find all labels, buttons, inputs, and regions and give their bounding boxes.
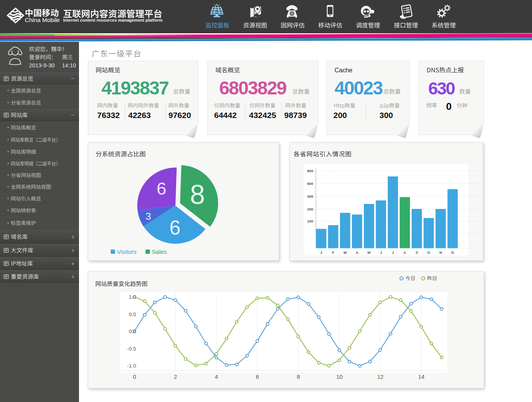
- svg-text:A: A: [403, 250, 406, 255]
- svg-text:42263: 42263: [128, 111, 151, 120]
- svg-text:100: 100: [307, 219, 313, 223]
- svg-text:64442: 64442: [214, 111, 237, 120]
- svg-text:0: 0: [133, 373, 136, 380]
- svg-text:98739: 98739: [284, 111, 307, 120]
- svg-text:4193837: 4193837: [101, 78, 168, 98]
- svg-text:0: 0: [446, 101, 451, 112]
- svg-text:40023: 40023: [335, 78, 383, 98]
- svg-text:8: 8: [297, 373, 300, 380]
- svg-text:1.0: 1.0: [129, 294, 136, 300]
- svg-text:200: 200: [333, 111, 347, 120]
- svg-text:+: +: [71, 273, 75, 281]
- svg-text:O: O: [427, 250, 430, 255]
- svg-text:D: D: [451, 250, 454, 255]
- svg-text:2013-9-30: 2013-9-30: [29, 62, 55, 68]
- svg-text:14:10: 14:10: [62, 62, 76, 68]
- svg-text:-1.0: -1.0: [127, 363, 136, 369]
- svg-text:432425: 432425: [249, 111, 276, 120]
- svg-text:12: 12: [377, 373, 384, 380]
- svg-text:M: M: [343, 250, 347, 255]
- svg-text:6803829: 6803829: [219, 78, 286, 98]
- svg-text:+: +: [71, 260, 75, 267]
- svg-text:Internet content resources man: Internet content resources management pl…: [63, 18, 163, 22]
- svg-text:800: 800: [307, 169, 313, 173]
- svg-text:10: 10: [336, 373, 343, 380]
- svg-text:97620: 97620: [168, 111, 191, 120]
- svg-text:Visitors: Visitors: [117, 248, 137, 255]
- svg-text:400: 400: [307, 194, 313, 198]
- svg-text:A: A: [356, 250, 359, 255]
- svg-text:630: 630: [428, 79, 455, 98]
- svg-text:F: F: [332, 250, 335, 255]
- svg-text:J: J: [320, 250, 322, 255]
- svg-text:0.0: 0.0: [129, 328, 136, 334]
- svg-text:N: N: [439, 250, 442, 255]
- svg-text:China Mobile: China Mobile: [25, 17, 60, 23]
- svg-text:-0.5: -0.5: [127, 346, 136, 352]
- svg-text:−: −: [71, 75, 75, 82]
- svg-text:6: 6: [256, 373, 259, 380]
- svg-text:4: 4: [215, 373, 218, 380]
- svg-text:300: 300: [379, 111, 393, 120]
- svg-text:+: +: [71, 247, 75, 254]
- svg-text:200: 200: [307, 207, 313, 211]
- svg-text:Sales: Sales: [152, 248, 167, 255]
- svg-text:6: 6: [170, 216, 181, 239]
- svg-text:Cache: Cache: [335, 67, 352, 74]
- svg-text:J: J: [380, 250, 382, 255]
- svg-text:14: 14: [418, 373, 425, 380]
- svg-text:S: S: [415, 250, 418, 255]
- svg-text:−: −: [71, 111, 75, 119]
- svg-text:+: +: [71, 233, 75, 241]
- svg-text:600: 600: [307, 181, 313, 186]
- svg-text:3: 3: [146, 210, 151, 222]
- svg-text:M: M: [367, 250, 371, 255]
- svg-text:2: 2: [174, 373, 177, 380]
- svg-text:6: 6: [156, 179, 166, 198]
- svg-text:0.5: 0.5: [129, 311, 136, 317]
- svg-text:J: J: [392, 250, 394, 255]
- svg-text:76332: 76332: [97, 111, 120, 120]
- svg-text:8: 8: [190, 180, 205, 210]
